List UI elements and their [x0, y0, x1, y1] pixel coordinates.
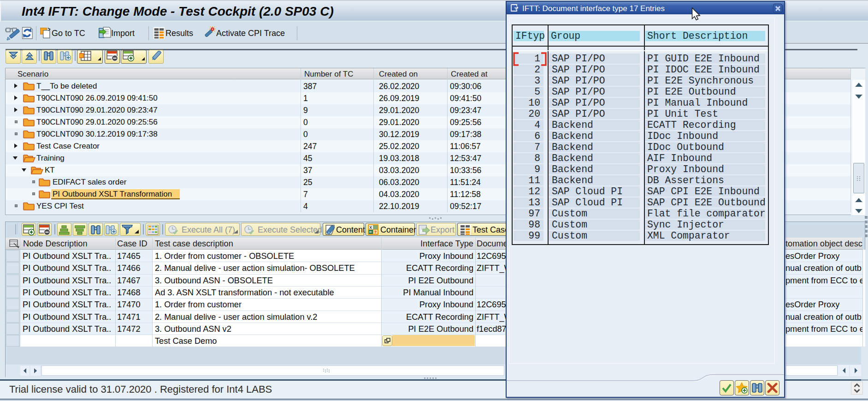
svg-text:X: X: [369, 225, 372, 230]
svg-text:?: ?: [374, 230, 377, 234]
svg-text:=: =: [369, 230, 372, 234]
